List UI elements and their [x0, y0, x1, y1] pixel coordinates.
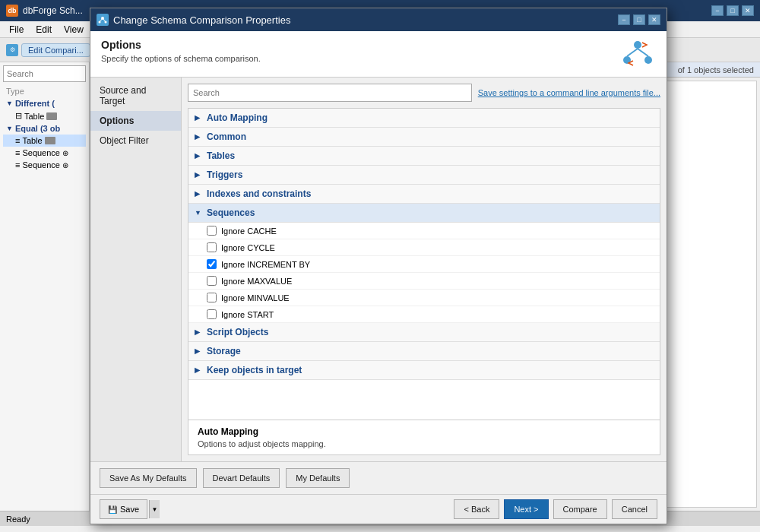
dialog-titlebar: Change Schema Comparison Properties − □ … [90, 8, 667, 31]
tree-table-equal[interactable]: ≡ Table [3, 135, 86, 147]
option-ignore-minvalue: Ignore MINVALUE [188, 290, 660, 306]
options-list: ▶ Auto Mapping ▶ Common ▶ Tables ▶ Trigg… [188, 108, 660, 420]
dialog-header-desc: Specify the options of schema comparison… [101, 54, 261, 63]
tree-table-different[interactable]: ⊟ Table [3, 109, 86, 122]
svg-line-4 [103, 18, 106, 22]
tab-edit-comparison[interactable]: Edit Compari... [21, 43, 90, 57]
svg-line-3 [100, 18, 103, 22]
cancel-button[interactable]: Cancel [612, 499, 657, 519]
save-button[interactable]: 💾 Save [100, 499, 147, 519]
group-script-objects-arrow: ▶ [195, 328, 202, 336]
dialog-title: Change Schema Comparison Properties [113, 14, 290, 26]
group-tables[interactable]: ▶ Tables [188, 147, 660, 166]
group-storage[interactable]: ▶ Storage [188, 342, 660, 361]
checkbox-ignore-maxvalue[interactable] [207, 276, 217, 286]
checkbox-ignore-cache[interactable] [207, 226, 217, 236]
save-button-group: 💾 Save ▼ [100, 499, 160, 519]
dialog-header-text: Options Specify the options of schema co… [101, 39, 261, 63]
label-ignore-start: Ignore START [221, 310, 274, 319]
svg-point-5 [634, 41, 641, 49]
group-triggers-arrow: ▶ [195, 171, 202, 179]
group-keep-objects[interactable]: ▶ Keep objects in target [188, 361, 660, 380]
group-auto-mapping-arrow: ▶ [195, 114, 202, 122]
next-button[interactable]: Next > [504, 499, 548, 519]
back-button[interactable]: < Back [454, 499, 499, 519]
label-ignore-maxvalue: Ignore MAXVALUE [221, 277, 292, 286]
dialog-titlebar-buttons: − □ ✕ [618, 14, 660, 25]
dialog-footer-buttons: Save As My Defaults Devart Defaults My D… [90, 461, 667, 494]
left-search-input[interactable] [3, 65, 86, 82]
tree-different[interactable]: ▼ Different ( [3, 97, 86, 109]
option-ignore-maxvalue: Ignore MAXVALUE [188, 273, 660, 290]
menu-view[interactable]: View [58, 24, 90, 35]
tree-equal[interactable]: ▼ Equal (3 ob [3, 122, 86, 135]
dialog-header-icon [619, 39, 656, 69]
dialog-minimize-button[interactable]: − [618, 14, 630, 25]
group-script-objects[interactable]: ▶ Script Objects [188, 323, 660, 342]
dialog-icon [97, 14, 109, 26]
app-title: dbForge Sch... [23, 5, 83, 16]
checkbox-ignore-minvalue[interactable] [207, 293, 217, 302]
app-icon: db [6, 5, 18, 17]
group-indexes-arrow: ▶ [195, 190, 202, 198]
checkbox-ignore-start[interactable] [207, 309, 217, 319]
label-ignore-cache: Ignore CACHE [221, 226, 277, 236]
save-dropdown-arrow[interactable]: ▼ [149, 500, 160, 518]
dialog-header: Options Specify the options of schema co… [90, 31, 667, 78]
option-ignore-cache: Ignore CACHE [188, 223, 660, 239]
left-panel: Type ▼ Different ( ⊟ Table ▼ Equal (3 ob… [0, 62, 90, 511]
dialog-title-left: Change Schema Comparison Properties [97, 14, 290, 26]
type-label: Type [3, 85, 86, 97]
label-ignore-minvalue: Ignore MINVALUE [221, 293, 290, 302]
description-text: Options to adjust objects mapping. [198, 439, 651, 448]
group-storage-arrow: ▶ [195, 347, 202, 355]
group-common[interactable]: ▶ Common [188, 128, 660, 147]
close-button[interactable]: ✕ [742, 5, 754, 16]
save-as-my-defaults-button[interactable]: Save As My Defaults [100, 468, 197, 488]
dialog-restore-button[interactable]: □ [633, 14, 645, 25]
sidebar-options[interactable]: Options [90, 111, 181, 131]
compare-button[interactable]: Compare [553, 499, 607, 519]
dialog: Change Schema Comparison Properties − □ … [90, 8, 667, 524]
tree-sequence-2[interactable]: ≡ Sequence ⊛ [3, 159, 86, 171]
sidebar-object-filter[interactable]: Object Filter [90, 131, 181, 150]
menu-edit[interactable]: Edit [30, 24, 58, 35]
group-indexes[interactable]: ▶ Indexes and constraints [188, 185, 660, 204]
toolbar-icon: ⚙ [6, 44, 18, 56]
group-common-arrow: ▶ [195, 133, 202, 141]
svg-line-8 [627, 49, 638, 56]
svg-point-7 [644, 56, 652, 64]
description-title: Auto Mapping [198, 426, 651, 437]
options-search-input[interactable] [188, 84, 472, 102]
group-triggers[interactable]: ▶ Triggers [188, 166, 660, 185]
option-ignore-increment-by: Ignore INCREMENT BY [188, 256, 660, 273]
group-sequences-arrow: ▼ [195, 209, 202, 217]
option-ignore-start: Ignore START [188, 306, 660, 323]
group-sequences[interactable]: ▼ Sequences [188, 204, 660, 223]
dialog-nav-buttons: 💾 Save ▼ < Back Next > Compare Cancel [90, 494, 667, 524]
my-defaults-button[interactable]: My Defaults [286, 468, 350, 488]
dialog-sidebar: Source and Target Options Object Filter [90, 78, 182, 461]
tree-sequence-1[interactable]: ≡ Sequence ⊛ [3, 147, 86, 159]
option-ignore-cycle: Ignore CYCLE [188, 239, 660, 256]
description-area: Auto Mapping Options to adjust objects m… [188, 420, 660, 455]
restore-button[interactable]: □ [727, 5, 739, 16]
dialog-content-area: Save settings to a command line argument… [182, 78, 667, 461]
search-row: Save settings to a command line argument… [188, 84, 660, 102]
menu-file[interactable]: File [3, 24, 30, 35]
label-ignore-increment-by: Ignore INCREMENT BY [221, 260, 310, 269]
dialog-header-title: Options [101, 39, 261, 51]
checkbox-ignore-cycle[interactable] [207, 242, 217, 252]
group-auto-mapping[interactable]: ▶ Auto Mapping [188, 109, 660, 128]
minimize-button[interactable]: − [711, 5, 724, 16]
group-tables-arrow: ▶ [195, 152, 202, 160]
checkbox-ignore-increment-by[interactable] [207, 259, 217, 269]
sidebar-source-target[interactable]: Source and Target [90, 81, 181, 111]
label-ignore-cycle: Ignore CYCLE [221, 243, 275, 252]
dialog-body: Source and Target Options Object Filter … [90, 78, 667, 461]
group-keep-objects-arrow: ▶ [195, 366, 202, 374]
svg-line-9 [638, 49, 648, 56]
devart-defaults-button[interactable]: Devart Defaults [203, 468, 280, 488]
dialog-close-button[interactable]: ✕ [648, 14, 660, 25]
save-settings-link[interactable]: Save settings to a command line argument… [478, 88, 660, 97]
